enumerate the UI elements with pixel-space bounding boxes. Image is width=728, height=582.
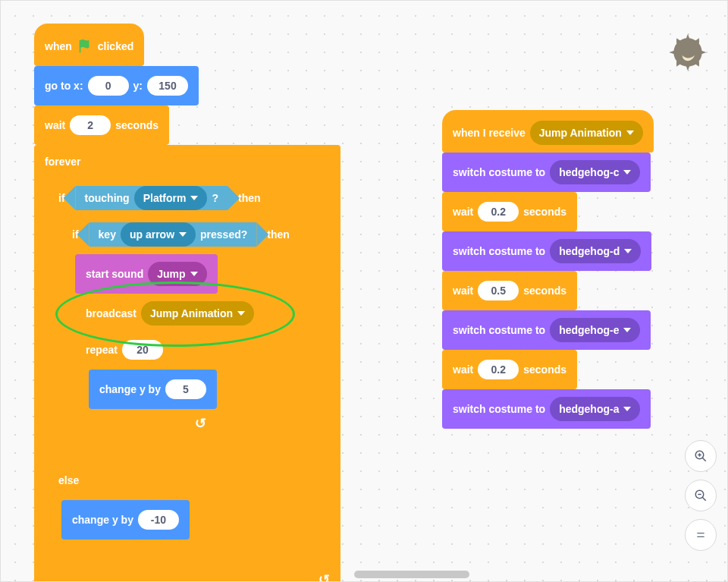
costume-value-2: hedgehog-d <box>559 245 620 257</box>
wait-label-b1: wait <box>453 206 473 218</box>
repeat-label: repeat <box>86 344 118 356</box>
switch-costume-label: switch costume to <box>453 166 545 178</box>
svg-marker-5 <box>686 65 690 71</box>
seconds-label-b1: seconds <box>523 206 566 218</box>
key-value: up arrow <box>130 228 174 241</box>
goto-y-input[interactable]: 150 <box>147 76 188 96</box>
script-stack-receive[interactable]: when I receive Jump Animation switch cos… <box>442 110 654 429</box>
chevron-down-icon <box>190 196 198 200</box>
then-label-2: then <box>267 228 290 241</box>
when-i-receive-label: when I receive <box>453 127 526 139</box>
touching-q-label: ? <box>212 192 218 204</box>
change-y-label: change y by <box>99 383 161 395</box>
costume-value-1: hedgehog-c <box>559 166 619 178</box>
chevron-down-icon <box>179 232 187 237</box>
hat-clicked-label: clicked <box>98 40 133 52</box>
green-flag-icon <box>77 38 93 55</box>
wait-block-b2[interactable]: wait 0.5 seconds <box>442 271 577 310</box>
wait-seconds-block[interactable]: wait 2 seconds <box>34 105 169 145</box>
when-i-receive-block[interactable]: when I receive Jump Animation <box>442 110 654 153</box>
svg-marker-3 <box>701 50 706 55</box>
switch-costume-block-3[interactable]: switch costume to hedgehog-e <box>442 310 651 350</box>
switch-costume-label-3: switch costume to <box>453 324 545 336</box>
broadcast-block[interactable]: broadcast Jump Animation <box>75 294 265 333</box>
costume-dropdown-1[interactable]: hedgehog-c <box>550 160 640 184</box>
seconds-label-b3: seconds <box>523 363 566 376</box>
zoom-out-button[interactable] <box>685 480 717 511</box>
wait-label-b2: wait <box>453 285 473 297</box>
broadcast-label: broadcast <box>86 307 136 319</box>
seconds-label: seconds <box>115 119 158 131</box>
change-y-by-up-block[interactable]: change y by 5 <box>89 370 217 409</box>
change-y-up-input[interactable]: 5 <box>165 379 206 399</box>
if-block[interactable]: if key up arrow pressed? then <box>61 218 340 461</box>
chevron-down-icon <box>623 328 631 332</box>
wait-block-b3[interactable]: wait 0.2 seconds <box>442 350 577 389</box>
forever-label: forever <box>45 156 80 168</box>
switch-costume-label-4: switch costume to <box>453 403 545 415</box>
key-pressed-reporter[interactable]: key up arrow pressed? <box>89 222 257 247</box>
wait-input-b2[interactable]: 0.5 <box>478 281 519 300</box>
change-y-label-2: change y by <box>72 514 133 526</box>
go-to-xy-block[interactable]: go to x: 0 y: 150 <box>34 66 199 105</box>
broadcast-message-value: Jump Animation <box>150 307 233 319</box>
key-dropdown[interactable]: up arrow <box>121 222 196 247</box>
chevron-down-icon <box>237 311 245 316</box>
switch-costume-block-4[interactable]: switch costume to hedgehog-a <box>442 389 651 429</box>
wait-label-b3: wait <box>453 363 473 376</box>
zoom-controls <box>685 440 717 551</box>
costume-dropdown-4[interactable]: hedgehog-a <box>550 397 640 421</box>
switch-costume-block-1[interactable]: switch costume to hedgehog-c <box>442 153 651 192</box>
chevron-down-icon <box>624 249 632 253</box>
when-green-flag-clicked-block[interactable]: when clicked <box>34 24 144 66</box>
start-sound-label: start sound <box>86 268 143 280</box>
key-label: key <box>99 228 116 241</box>
script-stack-main[interactable]: when clicked go to x: 0 y: 150 wait 2 se… <box>34 24 340 582</box>
touching-target-value: Platform <box>143 192 187 204</box>
horizontal-scrollbar[interactable] <box>354 571 469 578</box>
wait-input-b1[interactable]: 0.2 <box>478 202 519 222</box>
touching-label: touching <box>85 192 130 204</box>
if-else-block[interactable]: if touching Platform ? then <box>48 181 340 565</box>
change-y-by-down-block[interactable]: change y by -10 <box>61 500 190 540</box>
receive-message-value: Jump Animation <box>539 127 622 139</box>
svg-line-14 <box>702 497 706 501</box>
svg-marker-1 <box>686 34 690 39</box>
hat-when-label: when <box>45 40 72 52</box>
else-label: else <box>58 474 79 486</box>
change-y-down-input[interactable]: -10 <box>138 510 179 530</box>
svg-marker-7 <box>670 50 675 55</box>
repeat-block[interactable]: repeat 20 change y by 5 <box>75 333 217 435</box>
wait-input-b3[interactable]: 0.2 <box>478 360 519 379</box>
receive-message-dropdown[interactable]: Jump Animation <box>530 121 643 145</box>
blocks-workspace[interactable]: when clicked go to x: 0 y: 150 wait 2 se… <box>0 0 728 582</box>
switch-costume-label-2: switch costume to <box>453 245 545 257</box>
zoom-reset-button[interactable] <box>685 519 717 551</box>
costume-dropdown-2[interactable]: hedgehog-d <box>550 239 641 263</box>
svg-line-10 <box>702 458 706 461</box>
touching-target-dropdown[interactable]: Platform <box>134 186 208 210</box>
costume-value-4: hedgehog-a <box>559 403 619 415</box>
chevron-down-icon <box>623 407 631 411</box>
loop-arrow-icon: ↻ <box>318 573 330 582</box>
wait-seconds-input[interactable]: 2 <box>70 115 111 135</box>
seconds-label-b2: seconds <box>523 285 566 297</box>
pressed-label: pressed? <box>200 228 247 241</box>
chevron-down-icon <box>623 170 631 175</box>
forever-block[interactable]: forever if touching Platform ? <box>34 145 340 582</box>
costume-dropdown-3[interactable]: hedgehog-e <box>550 318 640 342</box>
zoom-in-button[interactable] <box>685 440 717 472</box>
broadcast-message-dropdown[interactable]: Jump Animation <box>141 301 254 326</box>
chevron-down-icon <box>626 131 634 135</box>
repeat-count-input[interactable]: 20 <box>122 340 163 360</box>
sound-dropdown[interactable]: Jump <box>148 262 206 286</box>
sprite-thumbnail <box>667 31 709 74</box>
goto-x-input[interactable]: 0 <box>88 76 129 96</box>
wait-label: wait <box>45 119 65 131</box>
wait-block-b1[interactable]: wait 0.2 seconds <box>442 192 577 231</box>
start-sound-block[interactable]: start sound Jump <box>75 254 218 294</box>
switch-costume-block-2[interactable]: switch costume to hedgehog-d <box>442 231 651 271</box>
touching-reporter[interactable]: touching Platform ? <box>76 186 228 210</box>
then-label: then <box>238 192 261 204</box>
goto-x-label: go to x: <box>45 80 83 92</box>
